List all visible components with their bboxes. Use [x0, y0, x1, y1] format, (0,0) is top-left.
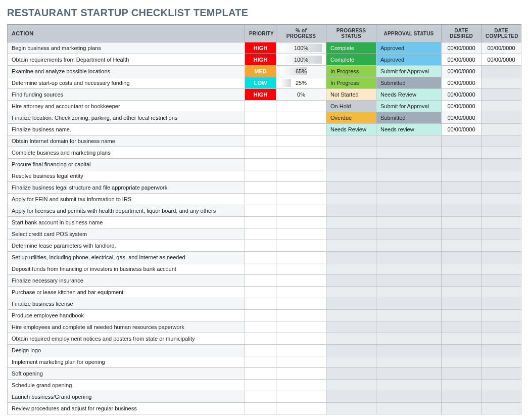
cell-progress-status[interactable]: [326, 321, 376, 333]
cell-priority[interactable]: HIGH: [245, 89, 276, 101]
cell-date-desired[interactable]: [442, 240, 482, 252]
cell-progress[interactable]: [276, 263, 326, 275]
cell-priority[interactable]: [245, 391, 276, 403]
cell-progress[interactable]: [276, 368, 326, 380]
cell-priority[interactable]: [245, 135, 276, 147]
cell-approval-status[interactable]: [376, 182, 442, 194]
cell-action[interactable]: Implement marketing plan for opening: [8, 356, 245, 368]
cell-action[interactable]: Schedule grand opening: [8, 380, 245, 391]
cell-priority[interactable]: MED: [245, 66, 276, 77]
cell-progress[interactable]: [276, 170, 326, 182]
cell-approval-status[interactable]: [376, 333, 442, 345]
cell-priority[interactable]: [245, 333, 276, 345]
cell-progress[interactable]: [276, 252, 326, 263]
cell-progress[interactable]: [276, 159, 326, 170]
cell-date-desired[interactable]: [442, 217, 482, 228]
cell-priority[interactable]: [245, 368, 276, 380]
cell-progress-status[interactable]: [326, 135, 376, 147]
cell-action[interactable]: Produce employee handbook: [8, 310, 245, 321]
cell-approval-status[interactable]: Submit for Approval: [376, 66, 442, 77]
cell-progress[interactable]: [276, 101, 326, 112]
cell-date-desired[interactable]: [442, 263, 482, 275]
cell-progress-status[interactable]: [326, 170, 376, 182]
cell-progress[interactable]: [276, 321, 326, 333]
cell-priority[interactable]: [245, 263, 276, 275]
cell-progress-status[interactable]: [326, 205, 376, 217]
cell-priority[interactable]: [245, 275, 276, 287]
cell-date-completed[interactable]: [482, 345, 521, 356]
cell-approval-status[interactable]: [376, 135, 442, 147]
cell-approval-status[interactable]: [376, 205, 442, 217]
cell-approval-status[interactable]: [376, 263, 442, 275]
cell-priority[interactable]: [245, 240, 276, 252]
cell-date-completed[interactable]: [482, 391, 521, 403]
cell-date-desired[interactable]: 00/00/0000: [442, 101, 482, 112]
cell-date-completed[interactable]: 00/00/0000: [482, 54, 521, 66]
cell-date-desired[interactable]: [442, 228, 482, 240]
cell-action[interactable]: Deposit funds from financing or investor…: [8, 263, 245, 275]
cell-action[interactable]: Find funding sources: [8, 89, 245, 101]
cell-date-desired[interactable]: [442, 135, 482, 147]
cell-progress[interactable]: 100%: [276, 54, 326, 66]
cell-date-completed[interactable]: [482, 263, 521, 275]
cell-approval-status[interactable]: [376, 345, 442, 356]
cell-progress-status[interactable]: Needs Review: [326, 124, 376, 135]
cell-date-desired[interactable]: 00/00/0000: [442, 124, 482, 135]
cell-date-completed[interactable]: [482, 380, 521, 391]
cell-priority[interactable]: LOW: [245, 77, 276, 89]
cell-progress-status[interactable]: In Progress: [326, 66, 376, 77]
cell-action[interactable]: Soft opening: [8, 368, 245, 380]
cell-progress-status[interactable]: [326, 310, 376, 321]
cell-priority[interactable]: [245, 170, 276, 182]
cell-action[interactable]: Begin business and marketing plans: [8, 42, 245, 54]
cell-progress[interactable]: [276, 182, 326, 194]
cell-progress[interactable]: [276, 310, 326, 321]
cell-progress[interactable]: [276, 124, 326, 135]
cell-progress[interactable]: [276, 356, 326, 368]
cell-progress[interactable]: 0%: [276, 89, 326, 101]
cell-action[interactable]: Start bank account in business name: [8, 217, 245, 228]
cell-date-completed[interactable]: [482, 147, 521, 159]
cell-action[interactable]: Design logo: [8, 345, 245, 356]
cell-date-completed[interactable]: [482, 275, 521, 287]
cell-date-desired[interactable]: [442, 287, 482, 298]
cell-date-completed[interactable]: [482, 135, 521, 147]
cell-priority[interactable]: [245, 228, 276, 240]
cell-date-desired[interactable]: 00/00/0000: [442, 42, 482, 54]
cell-progress-status[interactable]: [326, 356, 376, 368]
cell-progress[interactable]: 100%: [276, 42, 326, 54]
cell-approval-status[interactable]: [376, 170, 442, 182]
cell-priority[interactable]: [245, 356, 276, 368]
cell-action[interactable]: Determine lease parameters with landlord…: [8, 240, 245, 252]
cell-approval-status[interactable]: [376, 321, 442, 333]
cell-progress-status[interactable]: [326, 159, 376, 170]
cell-progress[interactable]: [276, 391, 326, 403]
cell-action[interactable]: Review procedures and adjust for regular…: [8, 403, 245, 414]
cell-date-desired[interactable]: [442, 170, 482, 182]
cell-priority[interactable]: [245, 112, 276, 124]
cell-approval-status[interactable]: Approved: [376, 54, 442, 66]
cell-progress[interactable]: [276, 205, 326, 217]
cell-approval-status[interactable]: Needs review: [376, 124, 442, 135]
cell-priority[interactable]: [245, 101, 276, 112]
cell-date-desired[interactable]: [442, 391, 482, 403]
cell-progress[interactable]: [276, 345, 326, 356]
cell-progress-status[interactable]: In Progress: [326, 77, 376, 89]
cell-action[interactable]: Obtain requirements from Department of H…: [8, 54, 245, 66]
cell-approval-status[interactable]: [376, 403, 442, 414]
cell-progress-status[interactable]: On Hold: [326, 101, 376, 112]
cell-approval-status[interactable]: [376, 356, 442, 368]
cell-action[interactable]: Examine and analyze possible locations: [8, 66, 245, 77]
cell-action[interactable]: Finalize business legal structure and fi…: [8, 182, 245, 194]
cell-progress-status[interactable]: Complete: [326, 42, 376, 54]
cell-approval-status[interactable]: [376, 298, 442, 310]
cell-date-completed[interactable]: [482, 182, 521, 194]
cell-progress-status[interactable]: [326, 391, 376, 403]
cell-action[interactable]: Finalize business license: [8, 298, 245, 310]
cell-date-desired[interactable]: [442, 275, 482, 287]
cell-date-desired[interactable]: 00/00/0000: [442, 89, 482, 101]
cell-approval-status[interactable]: Submit for Approval: [376, 101, 442, 112]
cell-approval-status[interactable]: [376, 391, 442, 403]
cell-priority[interactable]: [245, 205, 276, 217]
cell-progress[interactable]: [276, 112, 326, 124]
